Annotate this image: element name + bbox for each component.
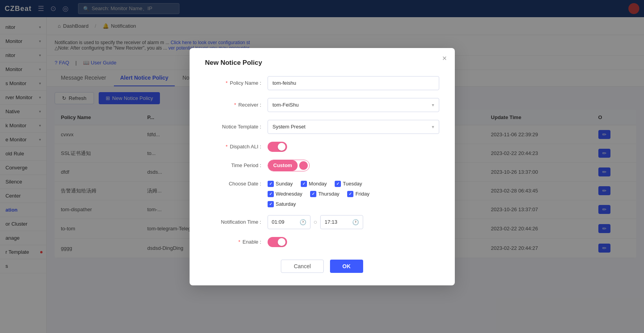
receiver-row: * Receiver : tom-FeiShu ▾ bbox=[205, 98, 439, 112]
day-checkbox-group: Sunday Monday Tuesday Wednesday Thursday… bbox=[268, 181, 439, 207]
checkbox-thursday[interactable]: Thursday bbox=[310, 191, 339, 197]
time-period-row: Time Period : Custom bbox=[205, 160, 439, 171]
checkbox-friday[interactable]: Friday bbox=[347, 191, 369, 197]
chevron-down-icon: ▾ bbox=[432, 102, 434, 108]
ok-button[interactable]: OK bbox=[330, 260, 363, 273]
checkbox-box bbox=[347, 191, 353, 197]
cancel-button[interactable]: Cancel bbox=[281, 260, 324, 273]
choose-date-row: Choose Date : Sunday Monday Tuesday Wedn… bbox=[205, 179, 439, 207]
time-period-label: Time Period : bbox=[205, 162, 268, 168]
enable-label: * Enable : bbox=[205, 239, 268, 245]
checkbox-label: Saturday bbox=[276, 201, 296, 207]
checkbox-box bbox=[335, 181, 341, 187]
checkbox-sunday[interactable]: Sunday bbox=[268, 181, 293, 187]
checkbox-label: Sunday bbox=[276, 181, 293, 187]
modal-title: New Notice Policy bbox=[205, 59, 439, 67]
receiver-label: * Receiver : bbox=[205, 102, 268, 108]
checkbox-saturday[interactable]: Saturday bbox=[268, 201, 296, 207]
modal-footer: Cancel OK bbox=[205, 260, 439, 273]
clock-icon: 🕐 bbox=[352, 219, 359, 225]
checkbox-box bbox=[268, 181, 274, 187]
time-input-group: 01:09 🕐 ○ 17:13 🕐 bbox=[268, 215, 439, 229]
checkbox-box bbox=[268, 201, 274, 207]
dispatch-ali-label: * Dispatch ALI : bbox=[205, 144, 268, 150]
notification-time-row: Notification Time : 01:09 🕐 ○ 17:13 🕐 bbox=[205, 215, 439, 229]
time-separator: ○ bbox=[314, 219, 318, 226]
policy-name-label: * Policy Name : bbox=[205, 80, 268, 86]
modal-overlay: New Notice Policy × * Policy Name : * Re… bbox=[0, 0, 644, 333]
checkbox-box bbox=[301, 181, 307, 187]
checkbox-label: Wednesday bbox=[276, 191, 302, 197]
clock-icon: 🕐 bbox=[300, 219, 306, 225]
notice-template-row: Notice Template : System Preset ▾ bbox=[205, 120, 439, 134]
checkbox-label: Monday bbox=[309, 181, 327, 187]
notice-template-label: Notice Template : bbox=[205, 124, 268, 130]
new-notice-policy-modal: New Notice Policy × * Policy Name : * Re… bbox=[190, 48, 455, 285]
checkbox-label: Friday bbox=[355, 191, 369, 197]
checkbox-tuesday[interactable]: Tuesday bbox=[335, 181, 362, 187]
enable-row: * Enable : bbox=[205, 237, 439, 247]
time-period-toggle[interactable]: Custom bbox=[268, 160, 310, 171]
dispatch-ali-row: * Dispatch ALI : bbox=[205, 142, 439, 152]
time-to-input[interactable]: 17:13 🕐 bbox=[320, 215, 363, 229]
toggle-thumb bbox=[278, 143, 286, 151]
time-period-label-custom: Custom bbox=[268, 160, 298, 171]
checkbox-wednesday[interactable]: Wednesday bbox=[268, 191, 302, 197]
period-toggle-thumb bbox=[299, 161, 308, 170]
policy-name-input[interactable] bbox=[268, 76, 439, 90]
checkbox-monday[interactable]: Monday bbox=[301, 181, 327, 187]
checkbox-box bbox=[310, 191, 316, 197]
policy-name-row: * Policy Name : bbox=[205, 76, 439, 90]
choose-date-label: Choose Date : bbox=[205, 181, 268, 187]
modal-close-button[interactable]: × bbox=[442, 54, 447, 62]
notice-template-select[interactable]: System Preset ▾ bbox=[268, 120, 439, 134]
checkbox-label: Thursday bbox=[318, 191, 339, 197]
chevron-down-icon: ▾ bbox=[432, 124, 434, 130]
time-from-input[interactable]: 01:09 🕐 bbox=[268, 215, 310, 229]
dispatch-ali-toggle[interactable] bbox=[268, 142, 287, 152]
notification-time-label: Notification Time : bbox=[205, 219, 268, 225]
checkbox-label: Tuesday bbox=[343, 181, 362, 187]
enable-toggle[interactable] bbox=[268, 237, 287, 247]
toggle-thumb bbox=[278, 238, 286, 246]
checkbox-box bbox=[268, 191, 274, 197]
receiver-select[interactable]: tom-FeiShu ▾ bbox=[268, 98, 439, 112]
